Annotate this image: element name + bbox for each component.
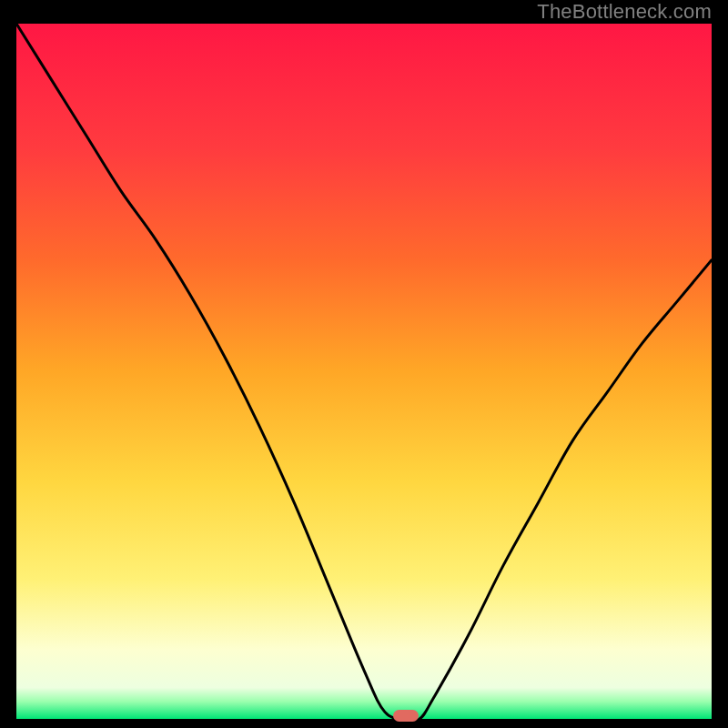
chart-background bbox=[16, 24, 712, 719]
chart-frame bbox=[15, 22, 713, 721]
bottleneck-chart bbox=[16, 24, 712, 719]
optimal-marker bbox=[393, 710, 419, 722]
watermark-text: TheBottleneck.com bbox=[537, 0, 712, 24]
